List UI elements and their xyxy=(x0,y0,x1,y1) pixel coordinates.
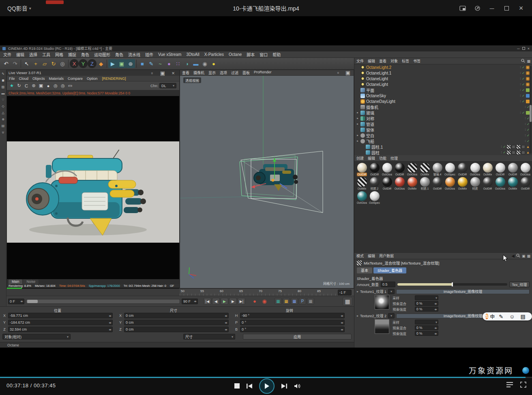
c4d-menu-item-1[interactable]: 文件 xyxy=(1,51,14,58)
material-sphere[interactable] xyxy=(496,163,505,173)
lv-menu-item-5[interactable]: Compare xyxy=(66,77,85,81)
material-sphere[interactable] xyxy=(370,163,380,173)
lv-menu-item-1[interactable]: File xyxy=(7,77,17,81)
c4d-menu-item-7[interactable]: 角色 xyxy=(79,51,92,58)
rotate-tool-icon[interactable]: ↻ xyxy=(49,59,58,68)
material-sphere[interactable] xyxy=(470,163,480,173)
material-item[interactable]: OctMix xyxy=(418,163,431,176)
material-item[interactable]: OctDiff xyxy=(356,163,368,176)
mat-tag-icon[interactable] xyxy=(526,88,530,92)
material-label[interactable]: OctMix xyxy=(458,187,467,190)
material-item[interactable]: OctGlos xyxy=(444,177,456,190)
visibility-dots-icon[interactable]: ∶ xyxy=(520,88,521,92)
visibility-dots-icon[interactable]: ∶ xyxy=(525,139,526,143)
enabled-check-icon[interactable]: ✓ xyxy=(527,139,530,143)
material-sphere[interactable] xyxy=(408,177,417,187)
c4d-menu-item-8[interactable]: 运动图形 xyxy=(92,51,113,58)
material-item[interactable]: OctDiff xyxy=(519,177,532,190)
material-label[interactable]: OctMix xyxy=(408,187,417,190)
material-label[interactable]: OctDiff xyxy=(458,173,467,176)
object-name[interactable]: OctaneDayLight xyxy=(366,99,395,104)
lv-menu-item-6[interactable]: Option xyxy=(85,77,100,81)
material-sphere[interactable] xyxy=(445,163,455,173)
keyboard-icon[interactable]: ▤ xyxy=(519,312,528,321)
spline-object-icon[interactable]: ~ xyxy=(156,59,165,68)
enabled-check-icon[interactable]: ✓ xyxy=(522,94,525,98)
model-mode-icon[interactable]: ◼ xyxy=(0,78,6,83)
om-tab-2[interactable]: 编辑 xyxy=(366,58,377,64)
object-row[interactable]: OctaneLight∶✓ xyxy=(354,76,532,81)
material-sphere[interactable] xyxy=(408,163,417,173)
object-row[interactable]: OctaneSky∶✓ xyxy=(354,93,532,98)
c4d-close-icon[interactable]: × xyxy=(528,47,530,51)
subdivision-surface-icon[interactable]: ● xyxy=(165,59,174,68)
enabled-check-icon[interactable]: ✓ xyxy=(527,117,530,120)
om-tab-1[interactable]: 文件 xyxy=(354,58,366,64)
mat-tab-2[interactable]: 编辑 xyxy=(366,156,377,161)
material-item[interactable]: OctDiff xyxy=(381,177,393,190)
texture-tag-icon[interactable] xyxy=(507,145,511,149)
material-label[interactable]: OctSpec xyxy=(444,173,455,176)
material-item[interactable]: OctGlos xyxy=(356,191,368,205)
light-tag-icon[interactable] xyxy=(526,83,530,86)
material-item[interactable]: 玻璃.4 xyxy=(431,163,444,176)
texture2-param-field[interactable]: 0 %◂▸ xyxy=(415,325,438,330)
attr-section-tab-1[interactable]: 基本 xyxy=(357,267,372,273)
polygons-mode-icon[interactable]: △ xyxy=(0,110,6,115)
material-item[interactable]: 材质.1 xyxy=(418,177,431,190)
texture1-dropdown[interactable]: ▾ xyxy=(388,289,395,294)
scale-tool-icon[interactable]: ▱ xyxy=(40,59,49,68)
material-label[interactable]: OctMix xyxy=(483,173,492,176)
om-tab-6[interactable]: 书签 xyxy=(411,58,423,64)
range-thumb[interactable] xyxy=(27,300,38,303)
mat-tab-1[interactable]: 创建 xyxy=(354,156,366,161)
material-item[interactable]: OctGlos xyxy=(393,177,406,190)
coord-field-旋转-H[interactable]: -90 °◂▸ xyxy=(240,313,345,318)
object-row[interactable]: 平面∶✓ xyxy=(354,87,532,93)
material-label[interactable]: OctDiff xyxy=(508,173,517,176)
material-label[interactable]: 玻璃.4 xyxy=(433,173,442,176)
material-item[interactable]: OctMix xyxy=(406,177,418,190)
c4d-menu-item-15[interactable]: Octane xyxy=(226,52,244,57)
tex-button[interactable]: Tex_纹理 xyxy=(509,282,530,287)
visibility-dots-icon[interactable]: ∶ xyxy=(525,117,526,120)
panel-layout-icon[interactable]: ▦ xyxy=(527,254,530,258)
enabled-check-icon[interactable]: ✓ xyxy=(522,88,525,92)
size-mode-dropdown[interactable]: 尺寸 ▾ xyxy=(183,334,235,339)
make-editable-icon[interactable]: ✎ xyxy=(0,71,6,77)
object-row[interactable]: OctaneLight.2∶✓ xyxy=(354,64,532,70)
material-label[interactable]: OctDiff xyxy=(496,173,504,176)
play-button[interactable] xyxy=(259,378,275,394)
texture-tag-icon[interactable] xyxy=(517,151,520,154)
light-tag-icon[interactable] xyxy=(526,71,530,75)
vp-menu-item-3[interactable]: 显示 xyxy=(206,70,218,75)
white-balance-picker-icon[interactable]: ◎ xyxy=(59,82,66,90)
c4d-menu-item-9[interactable]: 角色 xyxy=(113,51,126,58)
material-item[interactable]: OctDiff xyxy=(393,163,406,176)
material-label[interactable]: OctGlos xyxy=(520,173,530,176)
chevron-right-icon[interactable]: ▸ xyxy=(357,314,358,318)
coord-field-旋转-B[interactable]: 0 °◂▸ xyxy=(240,327,345,332)
material-label[interactable]: OctMix xyxy=(508,187,517,190)
om-tab-3[interactable]: 查看 xyxy=(377,58,388,64)
play-button[interactable]: ▶ xyxy=(221,298,228,305)
fullscreen-icon[interactable] xyxy=(520,382,526,388)
material-sphere[interactable] xyxy=(508,163,518,173)
chevron-right-icon[interactable]: ▸ xyxy=(357,290,358,293)
material-label[interactable]: OctDiff xyxy=(370,173,379,176)
material-sphere[interactable] xyxy=(508,177,518,187)
material-label[interactable]: OctDiff xyxy=(395,173,404,176)
object-name[interactable]: 管道 xyxy=(366,121,374,127)
viewport-solo-icon[interactable]: ▤ xyxy=(0,123,6,128)
object-name[interactable]: OctaneLight xyxy=(366,82,388,87)
next-frame-button[interactable]: ▶ xyxy=(229,298,237,305)
render-settings-icon[interactable]: ⊛ xyxy=(126,59,135,68)
texture2-param-field[interactable]: 0 %◂▸ xyxy=(415,331,438,336)
material-item[interactable]: OctGlos xyxy=(381,163,393,176)
render-tab-main[interactable]: Main xyxy=(9,280,22,284)
material-item[interactable]: OctMix xyxy=(456,177,469,190)
x-axis-lock-icon[interactable]: X xyxy=(70,59,79,68)
focus-picker-icon[interactable]: ◎ xyxy=(52,82,59,90)
texture2-preview[interactable] xyxy=(375,319,389,334)
visibility-dots-icon[interactable]: ∶ xyxy=(525,134,526,137)
